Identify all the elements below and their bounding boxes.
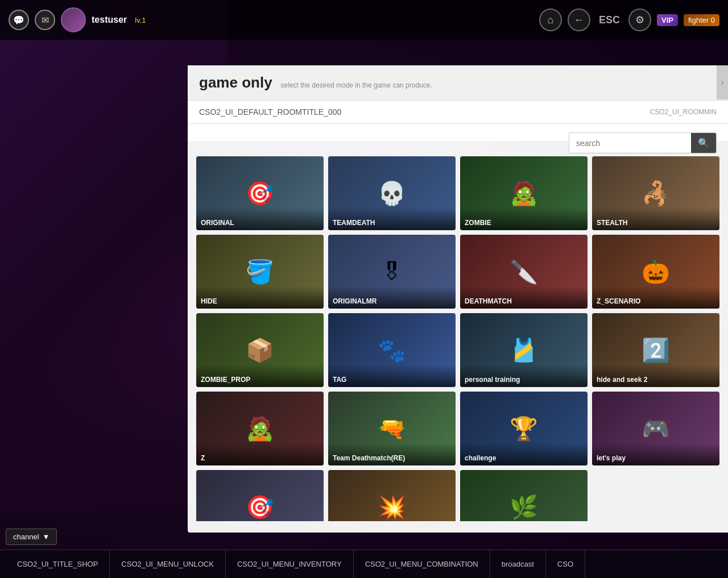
avatar: [61, 7, 86, 32]
game-card-label: hide and seek 2: [592, 364, 719, 387]
game-mode-grid: 🎯ORIGINAL💀TEAMDEATH🧟ZOMBIE🦂STEALTH🪣HIDE🎖…: [188, 153, 728, 521]
nav-item-broadcast[interactable]: broadcast: [490, 550, 546, 578]
vip-badge: VIP: [657, 14, 678, 26]
search-input[interactable]: [569, 134, 691, 152]
main-panel: game only select the desired mode in the…: [188, 65, 728, 533]
mail-icon[interactable]: ✉: [35, 10, 55, 30]
game-mode-tag[interactable]: 🐾TAG: [328, 313, 456, 387]
game-mode-deathmatch[interactable]: 🔪DEATHMATCH: [460, 235, 588, 309]
game-mode-original[interactable]: 🎯ORIGINAL: [196, 156, 324, 230]
chat-icon[interactable]: 💬: [9, 10, 29, 30]
game-card-label: TAG: [328, 364, 456, 387]
settings-icon[interactable]: ⚙: [628, 9, 651, 31]
game-card-label: Z: [196, 443, 324, 465]
nav-item-inventory[interactable]: CSO2_UI_MENU_INVENTORY: [226, 550, 354, 578]
game-mode-hide[interactable]: 🪣HIDE: [196, 235, 324, 309]
game-mode-z_scenario[interactable]: 🎃Z_SCENARIO: [592, 235, 719, 309]
game-card-icon: 💥: [328, 470, 456, 521]
game-card-label: challenge: [460, 443, 588, 465]
nav-item-unlock[interactable]: CSO2_UI_MENU_UNLOCK: [110, 550, 226, 578]
game-card-label: Z_SCENARIO: [592, 286, 719, 309]
nav-item-combination[interactable]: CSO2_UI_MENU_COMBINATION: [354, 550, 490, 578]
game-card-label: Team Deathmatch(RE): [328, 443, 456, 465]
search-button[interactable]: 🔍: [691, 133, 716, 153]
game-card-label: personal training: [460, 364, 588, 387]
search-bar: 🔍: [569, 132, 717, 153]
game-card-label: HIDE: [196, 286, 324, 309]
game-mode-row5a[interactable]: 🎯: [196, 470, 324, 521]
room-title-text: CSO2_UI_DEFAULT_ROOMTITLE_000: [199, 107, 341, 117]
game-card-icon: 🌿: [460, 470, 588, 521]
game-mode-lets_play[interactable]: 🎮let's play: [592, 392, 719, 465]
game-mode-personal_training[interactable]: 🎽personal training: [460, 313, 588, 387]
game-card-label: TEAMDEATH: [328, 207, 456, 230]
channel-button[interactable]: channel ▼: [6, 529, 57, 545]
search-area: 🔍: [188, 124, 728, 141]
game-card-label: DEATHMATCH: [460, 286, 588, 309]
panel-title: game only: [199, 74, 272, 92]
game-mode-zombie[interactable]: 🧟ZOMBIE: [460, 156, 588, 230]
game-card-label: ZOMBIE: [460, 207, 588, 230]
back-icon[interactable]: ←: [568, 9, 590, 31]
panel-subtitle: select the desired mode in the game can …: [281, 81, 432, 89]
game-mode-challenge[interactable]: 🏆challenge: [460, 392, 588, 465]
username: testuser: [92, 15, 127, 25]
panel-close-edge[interactable]: ›: [717, 65, 728, 99]
top-bar-right: ⌂ ← ESC ⚙ VIP fighter 0: [539, 9, 719, 31]
game-mode-team_deathmatch_re[interactable]: 🔫Team Deathmatch(RE): [328, 392, 456, 465]
game-card-label: ZOMBIE_PROP: [196, 364, 324, 387]
channel-arrow: ▼: [43, 533, 50, 541]
game-mode-hide_seek_2[interactable]: 2️⃣hide and seek 2: [592, 313, 719, 387]
game-mode-teamdeath[interactable]: 💀TEAMDEATH: [328, 156, 456, 230]
nav-item-shop[interactable]: CSO2_UI_TITLE_SHOP: [6, 550, 110, 578]
bottom-nav: CSO2_UI_TITLE_SHOPCSO2_UI_MENU_UNLOCKCSO…: [0, 550, 728, 578]
game-mode-stealth[interactable]: 🦂STEALTH: [592, 156, 719, 230]
game-card-icon: 🎯: [196, 470, 324, 521]
home-icon[interactable]: ⌂: [539, 9, 562, 31]
user-info-section: 💬 ✉ testuser lv.1: [9, 7, 146, 32]
game-mode-row5c[interactable]: 🌿: [460, 470, 588, 521]
nav-item-cso[interactable]: CSO: [546, 550, 585, 578]
game-card-label: ORIGINALMR: [328, 286, 456, 309]
fighter-badge: fighter 0: [684, 14, 719, 26]
top-bar: 💬 ✉ testuser lv.1 ⌂ ← ESC ⚙ VIP fighter …: [0, 0, 728, 40]
room-min-text: CSO2_UI_ROOMMIN: [650, 108, 717, 116]
game-card-label: ORIGINAL: [196, 207, 324, 230]
game-mode-originalmr[interactable]: 🎖ORIGINALMR: [328, 235, 456, 309]
game-mode-zombie_prop[interactable]: 📦ZOMBIE_PROP: [196, 313, 324, 387]
game-mode-z[interactable]: 🧟Z: [196, 392, 324, 465]
game-card-label: STEALTH: [592, 207, 719, 230]
channel-label: channel: [13, 533, 39, 541]
game-mode-row5b[interactable]: 💥: [328, 470, 456, 521]
game-card-label: let's play: [592, 443, 719, 465]
level-badge: lv.1: [135, 16, 146, 24]
esc-label: ESC: [599, 14, 620, 26]
room-title-bar: CSO2_UI_DEFAULT_ROOMTITLE_000 CSO2_UI_RO…: [188, 101, 728, 124]
panel-header: game only select the desired mode in the…: [188, 65, 728, 101]
